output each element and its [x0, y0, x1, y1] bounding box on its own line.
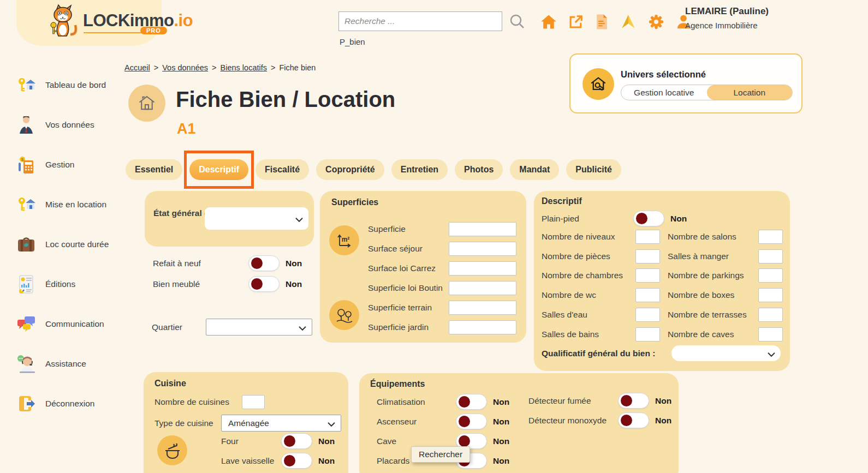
type-cuisine-select[interactable]: Aménagée [221, 415, 341, 432]
person-suit-icon [16, 115, 36, 135]
four-row: Four Non [221, 433, 341, 449]
univers-option-location[interactable]: Location [707, 85, 793, 100]
superficie-loi-boutin-input[interactable] [449, 281, 516, 295]
superficie-row: Superficie [368, 222, 516, 236]
tab-fiscalite[interactable]: Fiscalité [255, 159, 309, 180]
tab-entretien[interactable]: Entretien [391, 159, 448, 180]
toggle-knob [636, 213, 647, 224]
gear-icon[interactable] [648, 14, 664, 30]
four-toggle[interactable] [281, 433, 312, 449]
nombre-caves-input[interactable] [758, 327, 783, 342]
sidebar-item-loc-courte-duree[interactable]: Loc courte durée [16, 232, 109, 256]
key-house-icon [16, 194, 36, 215]
plain-pied-value: Non [670, 214, 687, 224]
tab-descriptif[interactable]: Descriptif [189, 159, 248, 180]
nombre-niveaux-input[interactable] [635, 230, 660, 244]
document-icon[interactable] [595, 14, 609, 30]
sidebar-item-deconnexion[interactable]: Déconnexion [16, 392, 109, 416]
nombre-salons-input[interactable] [758, 230, 783, 244]
toggle-knob [284, 435, 295, 447]
sidebar-item-editions[interactable]: Éditions [16, 272, 109, 296]
sidebar-item-label: Déconnexion [45, 399, 94, 409]
type-cuisine-label: Type de cuisine [154, 418, 221, 428]
breadcrumb-accueil[interactable]: Accueil [124, 63, 150, 72]
surface-loi-carrez-input[interactable] [449, 261, 516, 276]
cooking-pot-icon [157, 435, 187, 465]
climatisation-label: Climatisation [377, 397, 456, 407]
sidebar-item-communication[interactable]: Communication [16, 312, 109, 336]
header-icon-bar [540, 12, 691, 32]
refait-a-neuf-toggle[interactable] [248, 255, 280, 271]
salles-de-bains-input[interactable] [635, 327, 660, 342]
lave-vaisselle-row: Lave vaisselle Non [221, 453, 341, 469]
nombre-pieces-input[interactable] [635, 249, 660, 264]
superficies-title: Superficies [331, 197, 378, 207]
ascenseur-value: Non [493, 417, 509, 427]
search-icon[interactable] [509, 13, 525, 32]
detecteur-monoxyde-value: Non [655, 416, 671, 426]
salles-eau-input[interactable] [635, 308, 660, 322]
climatisation-toggle[interactable] [456, 394, 487, 410]
tab-mandat[interactable]: Mandat [510, 159, 559, 180]
svg-text:$: $ [21, 157, 24, 162]
sidebar-item-tableau-de-bord[interactable]: Tableau de bord [16, 73, 109, 97]
paper-plane-icon[interactable] [620, 14, 637, 30]
nombre-boxes-input[interactable] [758, 288, 783, 302]
ascenseur-toggle[interactable] [456, 414, 487, 429]
logo-area[interactable]: LOCKimmo.io PRO [16, 0, 162, 46]
detecteur-fumee-toggle[interactable] [618, 393, 649, 409]
toggle-knob [621, 415, 632, 426]
sidebar-item-gestion[interactable]: $ Gestion [16, 153, 109, 177]
lave-vaisselle-toggle[interactable] [281, 453, 312, 469]
chevron-down-icon [299, 323, 306, 333]
tab-copropriete[interactable]: Copropriété [316, 159, 384, 180]
refait-a-neuf-label: Refait à neuf [153, 259, 248, 268]
nombre-pieces-label: Nombre de pièces [542, 252, 635, 261]
sidebar-item-vos-donnees[interactable]: Vos données [16, 113, 109, 137]
etat-general-select[interactable] [205, 207, 308, 230]
superficie-terrain-input[interactable] [449, 301, 516, 315]
univers-option-gestion-locative[interactable]: Gestion locative [621, 85, 707, 100]
superficie-input[interactable] [449, 222, 516, 236]
sidebar-item-label: Éditions [45, 279, 75, 289]
superficies-panel: Superficies m² Superficie Surface séjour… [320, 191, 526, 343]
user-organization: Agence Immobilière [685, 21, 769, 30]
nombre-parkings-label: Nombre de parkings [668, 271, 758, 280]
breadcrumb-biens-locatifs[interactable]: Biens locatifs [221, 63, 267, 72]
module-label: P_bien [340, 37, 365, 46]
tab-photos[interactable]: Photos [455, 159, 503, 180]
user-block[interactable]: LEMAIRE (Pauline) Agence Immobilière [685, 6, 769, 30]
nombre-salons-label: Nombre de salons [668, 232, 758, 242]
nombre-wc-input[interactable] [635, 288, 660, 302]
descriptif-panel: Descriptif Plain-pied Non Nombre de nive… [534, 191, 790, 371]
quartier-select[interactable] [206, 319, 312, 336]
equipements-panel: Équipements ClimatisationNon AscenseurNo… [359, 373, 679, 473]
nombre-cuisines-row: Nombre de cuisines [154, 395, 265, 409]
sidebar-item-assistance[interactable]: Assistance [16, 352, 109, 376]
detecteur-monoxyde-toggle[interactable] [618, 412, 649, 428]
logout-icon [16, 393, 36, 414]
sidebar-item-mise-en-location[interactable]: Mise en location [16, 193, 109, 217]
external-link-icon[interactable] [568, 14, 584, 29]
qualificatif-select[interactable] [671, 345, 781, 361]
climatisation-value: Non [493, 397, 509, 407]
nombre-chambres-input[interactable] [635, 268, 660, 283]
nombre-cuisines-input[interactable] [242, 395, 265, 409]
user-name: LEMAIRE (Pauline) [685, 6, 769, 17]
superficie-jardin-input[interactable] [449, 320, 516, 334]
breadcrumb-vos-donnees[interactable]: Vos données [162, 63, 208, 72]
nombre-terrasses-input[interactable] [758, 308, 783, 322]
bien-meuble-toggle[interactable] [248, 276, 280, 292]
report-icon [16, 274, 36, 295]
nombre-parkings-input[interactable] [758, 268, 783, 283]
home-icon[interactable] [540, 14, 557, 29]
plain-pied-toggle[interactable] [633, 211, 664, 226]
salles-a-manger-input[interactable] [758, 249, 783, 264]
salles-de-bains-label: Salles de bains [542, 330, 635, 339]
surface-sejour-input[interactable] [449, 242, 516, 256]
tab-essentiel[interactable]: Essentiel [126, 159, 182, 180]
search-input[interactable] [339, 12, 513, 31]
tab-publicite[interactable]: Publicité [566, 159, 621, 180]
plain-pied-label: Plain-pied [542, 214, 633, 224]
type-cuisine-row: Type de cuisine Aménagée [154, 415, 341, 432]
